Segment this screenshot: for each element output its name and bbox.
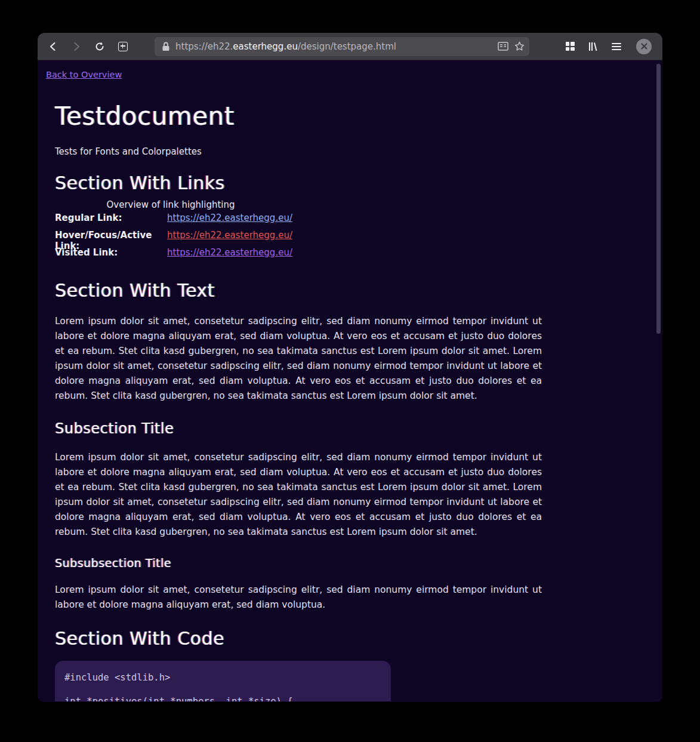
grid-icon [566,42,575,51]
browser-window: https://eh22.easterhegg.eu/design/testpa… [38,33,662,702]
library-icon [588,42,599,51]
paragraph: Lorem ipsum dolor sit amet, consetetur s… [55,583,542,612]
back-button[interactable] [44,37,63,56]
table-row: Visited Link: https://eh22.easterhegg.eu… [55,247,286,264]
scrollbar-thumb[interactable] [656,64,661,334]
hover-focus-active-link[interactable]: https://eh22.easterhegg.eu/ [167,230,292,241]
menu-button[interactable] [607,37,626,56]
reader-mode-icon[interactable] [498,42,508,51]
new-tab-button[interactable] [113,37,132,56]
table-row: Regular Link: https://eh22.easterhegg.eu… [55,213,286,230]
close-icon [641,43,647,50]
library-button[interactable] [584,37,603,56]
link-row-label: Regular Link: [55,213,167,223]
table-row: Hover/Focus/Active Link: https://eh22.ea… [55,230,286,247]
section-links-heading: Section With Links [55,173,542,193]
url-domain: easterhegg.eu [233,41,298,52]
url-text: https://eh22.easterhegg.eu/design/testpa… [175,41,498,52]
code-text: #include <stdlib.h> int *positives(int *… [64,672,293,701]
lock-icon [162,42,170,51]
forward-icon [72,42,81,51]
bookmark-star-icon[interactable] [514,41,525,51]
window-close-button[interactable] [636,39,652,54]
page-subtitle: Tests for Fonts and Colorpalettes [55,146,542,157]
url-bar[interactable]: https://eh22.easterhegg.eu/design/testpa… [155,37,529,56]
code-block: #include <stdlib.h> int *positives(int *… [55,661,391,701]
url-path: /design/testpage.html [298,41,396,52]
links-table-caption: Overview of link highlighting [55,199,286,210]
page-title: Testdocument [55,101,542,131]
url-prefix: https://eh22. [175,41,233,52]
regular-link[interactable]: https://eh22.easterhegg.eu/ [167,213,292,223]
subsection-heading: Subsection Title [55,420,542,437]
firefox-view-button[interactable] [560,37,579,56]
visited-link[interactable]: https://eh22.easterhegg.eu/ [167,247,292,258]
section-text-heading: Section With Text [55,280,542,301]
page-viewport: Back to Overview Testdocument Tests for … [38,60,662,701]
hamburger-icon [612,43,621,50]
paragraph: Lorem ipsum dolor sit amet, consetetur s… [55,314,542,404]
links-table: Overview of link highlighting Regular Li… [55,199,286,264]
new-tab-icon [118,42,128,51]
subsubsection-heading: Subsubsection Title [55,556,542,569]
reload-button[interactable] [90,37,109,56]
back-to-overview-link[interactable]: Back to Overview [46,70,122,79]
section-code-heading: Section With Code [55,628,542,649]
browser-toolbar: https://eh22.easterhegg.eu/design/testpa… [38,33,662,60]
reload-icon [94,41,105,52]
forward-button[interactable] [67,37,86,56]
back-icon [48,42,58,51]
paragraph: Lorem ipsum dolor sit amet, consetetur s… [55,450,542,540]
link-row-label: Visited Link: [55,247,167,258]
